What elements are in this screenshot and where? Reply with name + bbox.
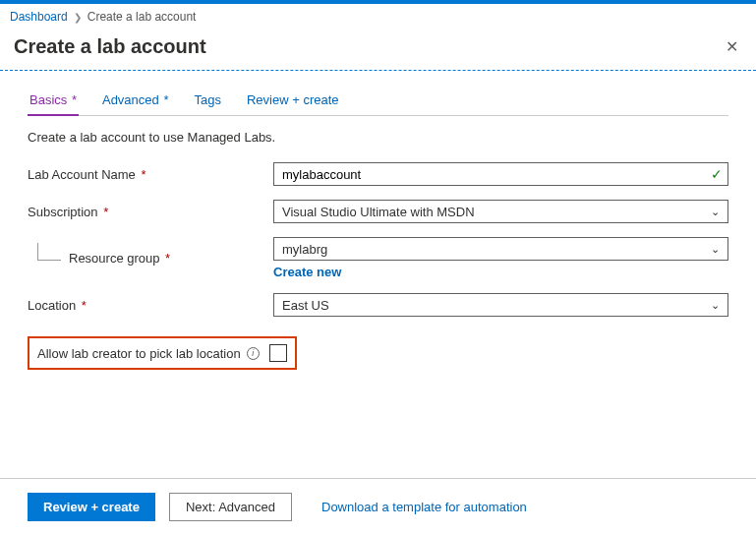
label-lab-account-name: Lab Account Name * bbox=[28, 167, 273, 182]
breadcrumb: Dashboard ❯ Create a lab account bbox=[0, 4, 756, 30]
resource-group-select[interactable]: mylabrg ⌄ bbox=[273, 237, 728, 261]
close-icon[interactable]: ✕ bbox=[722, 33, 742, 60]
subscription-select[interactable]: Visual Studio Ultimate with MSDN ⌄ bbox=[273, 200, 728, 223]
tabs: Basics * Advanced * Tags Review + create bbox=[28, 87, 728, 116]
breadcrumb-current: Create a lab account bbox=[87, 10, 197, 24]
checkmark-icon: ✓ bbox=[711, 166, 723, 182]
allow-pick-row-highlight: Allow lab creator to pick lab location i bbox=[28, 336, 297, 370]
tab-tags[interactable]: Tags bbox=[192, 87, 222, 115]
info-icon[interactable]: i bbox=[247, 347, 260, 360]
chevron-down-icon: ⌄ bbox=[711, 299, 720, 312]
chevron-down-icon: ⌄ bbox=[711, 243, 720, 256]
page-title: Create a lab account bbox=[14, 35, 206, 58]
label-location: Location * bbox=[28, 298, 273, 313]
chevron-down-icon: ⌄ bbox=[711, 206, 720, 218]
description-text: Create a lab account to use Managed Labs… bbox=[28, 130, 728, 145]
review-create-button[interactable]: Review + create bbox=[28, 493, 155, 521]
tab-advanced[interactable]: Advanced * bbox=[100, 87, 171, 115]
label-allow-pick-location: Allow lab creator to pick lab location bbox=[37, 346, 241, 361]
label-resource-group: Resource group * bbox=[69, 251, 170, 266]
breadcrumb-root[interactable]: Dashboard bbox=[10, 10, 68, 24]
download-template-link[interactable]: Download a template for automation bbox=[321, 500, 527, 514]
location-select[interactable]: East US ⌄ bbox=[273, 293, 728, 317]
allow-pick-location-checkbox[interactable] bbox=[269, 344, 287, 362]
tab-review-create[interactable]: Review + create bbox=[245, 87, 341, 115]
tab-basics[interactable]: Basics * bbox=[28, 87, 79, 115]
label-subscription: Subscription * bbox=[28, 205, 273, 219]
lab-account-name-input[interactable] bbox=[273, 162, 728, 186]
tree-indent-icon bbox=[37, 243, 61, 261]
chevron-right-icon: ❯ bbox=[74, 12, 82, 23]
footer: Review + create Next: Advanced Download … bbox=[0, 478, 756, 535]
create-new-link[interactable]: Create new bbox=[273, 265, 341, 279]
next-advanced-button[interactable]: Next: Advanced bbox=[169, 493, 292, 521]
